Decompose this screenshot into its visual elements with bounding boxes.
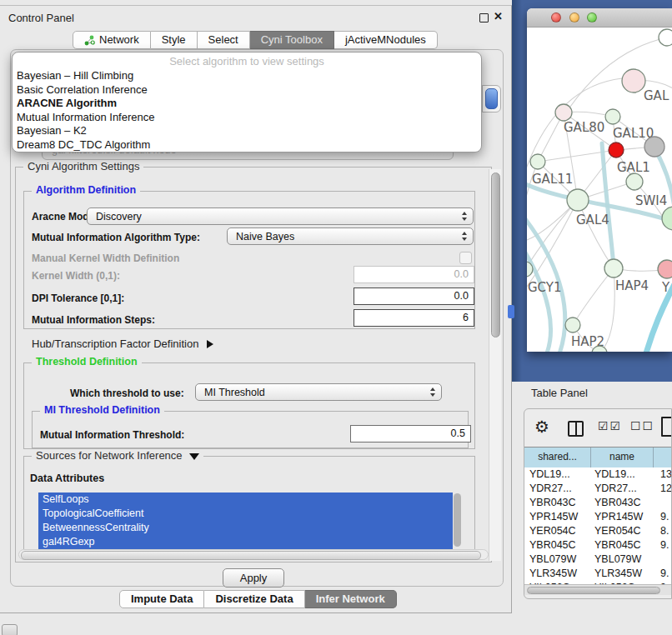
sources-toggle[interactable]: Sources for Network Inference xyxy=(32,449,203,462)
network-node-gal11[interactable] xyxy=(530,154,545,169)
gear-icon[interactable]: ⚙ xyxy=(534,417,549,437)
network-node-unlabeled[interactable] xyxy=(662,207,672,230)
table-row[interactable]: YBR045CYBR045C9. xyxy=(524,538,672,552)
tab-infer-network[interactable]: Infer Network xyxy=(305,590,397,608)
scrollbar-thumb[interactable] xyxy=(527,587,660,594)
table-row[interactable]: YER054CYER054C8. xyxy=(524,524,672,538)
scrollbar-thumb[interactable] xyxy=(21,551,481,560)
scrollbar-thumb[interactable] xyxy=(491,172,500,338)
attribute-option-selfloops[interactable]: SelfLoops xyxy=(38,492,453,507)
traffic-light-minimize-icon[interactable] xyxy=(569,12,579,22)
mi-type-label: Mutual Information Algorithm Type: xyxy=(32,232,200,243)
float-icon[interactable] xyxy=(479,13,489,22)
traffic-light-zoom-icon[interactable] xyxy=(587,12,597,22)
tab-discretize-data[interactable]: Discretize Data xyxy=(204,590,304,608)
checked-rows-icon[interactable]: ☑☑ xyxy=(598,419,622,432)
algorithm-option-mutual-information-inference[interactable]: Mutual Information Inference xyxy=(13,111,481,125)
network-node-swi4[interactable] xyxy=(626,173,643,190)
table-row[interactable]: YDR27...YDR27...12 xyxy=(524,482,672,496)
unchecked-rows-icon[interactable]: ☐☐ xyxy=(630,419,654,432)
algorithm-option-basic-correlation-inference[interactable]: Basic Correlation Inference xyxy=(13,83,481,98)
combo-stepper-icon[interactable] xyxy=(482,85,501,112)
combo-stepper-icon xyxy=(458,232,471,241)
tab-label: Discretize Data xyxy=(215,591,293,608)
table-row[interactable]: YBR043CYBR043C xyxy=(524,496,672,510)
network-node-hap4[interactable] xyxy=(604,259,623,278)
tab-label: Impute Data xyxy=(131,591,193,608)
close-icon[interactable]: ✕ xyxy=(494,10,503,22)
which-threshold-select[interactable]: MI Threshold xyxy=(195,383,442,401)
combo-stepper-icon xyxy=(458,212,471,221)
mi-threshold-group-title: MI Threshold Definition xyxy=(40,404,164,416)
cell: YBR045C xyxy=(524,538,591,552)
kernel-width-label: Kernel Width (0,1): xyxy=(32,270,120,282)
mi-steps-field[interactable]: 6 xyxy=(354,309,474,327)
network-node-gal1[interactable] xyxy=(609,142,624,158)
attributes-scrollbar[interactable] xyxy=(453,492,461,549)
threshold-definition-title: Threshold Definition xyxy=(32,356,142,368)
cell: 9. xyxy=(654,567,672,581)
cell: YDR27... xyxy=(524,482,591,496)
kernel-width-field[interactable]: 0.0 xyxy=(354,266,474,283)
hub-definition-toggle[interactable]: Hub/Transcription Factor Definition xyxy=(32,338,213,350)
tab-network[interactable]: Network xyxy=(73,31,151,49)
minimized-panel-button[interactable] xyxy=(2,624,18,635)
attribute-option-gal4rgexp[interactable]: gal4RGexp xyxy=(38,535,453,549)
network-node-gal[interactable] xyxy=(622,69,645,92)
algorithm-option-bayesian-k2[interactable]: Bayesian – K2 xyxy=(13,124,481,138)
table-toolbar: ⚙ ☑☑ ☐☐ xyxy=(524,409,671,447)
network-node-hap2[interactable] xyxy=(565,318,580,332)
tab-label: Select xyxy=(208,32,238,48)
network-node-gal80[interactable] xyxy=(555,104,572,121)
mi-type-select[interactable]: Naive Bayes xyxy=(227,228,474,245)
which-threshold-value: MI Threshold xyxy=(196,387,426,398)
table-horizontal-scrollbar[interactable] xyxy=(524,584,671,595)
algorithm-definition-title: Algorithm Definition xyxy=(32,184,140,196)
node-label-gcy1: GCY1 xyxy=(528,280,562,295)
algorithm-option-aracne-algorithm[interactable]: ARACNE Algorithm xyxy=(13,97,481,111)
tab-cyni-toolbox[interactable]: Cyni Toolbox xyxy=(250,31,334,49)
network-node-unlabeled[interactable] xyxy=(659,29,672,46)
algorithm-option-bayesian-hill-climbing[interactable]: Bayesian – Hill Climbing xyxy=(13,69,481,83)
table-row[interactable]: YDL19...YDL19...13 xyxy=(524,468,672,482)
network-canvas[interactable]: GALGAL80GAL10GAL1GAL11SWI4GAL4GCY1HAP4YH… xyxy=(527,27,672,352)
column-header-shared[interactable]: shared... xyxy=(524,448,591,468)
network-node-gal10[interactable] xyxy=(605,109,620,124)
network-node-y[interactable] xyxy=(658,260,672,278)
attribute-option-topologicalcoefficient[interactable]: TopologicalCoefficient xyxy=(38,507,453,521)
aracne-mode-select[interactable]: Discovery xyxy=(87,208,474,225)
mi-threshold-field[interactable]: 0.5 xyxy=(350,425,471,442)
network-node-gal4[interactable] xyxy=(567,189,589,211)
scrollbar-thumb[interactable] xyxy=(454,493,461,547)
panel-divider-grip[interactable] xyxy=(508,305,514,318)
table-row[interactable]: YPR145WYPR145W9. xyxy=(524,510,672,524)
settings-horizontal-scrollbar[interactable] xyxy=(18,549,489,560)
column-header-name[interactable]: name xyxy=(591,448,654,468)
column-header-a[interactable]: A xyxy=(654,448,672,468)
document-icon[interactable] xyxy=(661,417,672,437)
apply-button[interactable]: Apply xyxy=(223,568,284,588)
algorithm-option-dream8-dc-tdc-algorithm[interactable]: Dream8 DC_TDC Algorithm xyxy=(13,138,481,152)
data-attributes-list: SelfLoopsTopologicalCoefficientBetweenne… xyxy=(38,492,453,549)
network-node-unlabeled[interactable] xyxy=(644,137,664,157)
tab-style[interactable]: Style xyxy=(151,31,198,49)
settings-vertical-scrollbar[interactable] xyxy=(489,169,501,561)
attribute-option-betweennesscentrality[interactable]: BetweennessCentrality xyxy=(38,521,453,535)
node-label-gal11: GAL11 xyxy=(532,172,573,187)
split-columns-icon[interactable] xyxy=(568,421,584,437)
network-edge xyxy=(573,268,614,325)
traffic-light-close-icon[interactable] xyxy=(551,12,561,22)
tab-jactivemnodules[interactable]: jActiveMNodules xyxy=(334,31,438,49)
table-row[interactable]: YLR345WYLR345W9. xyxy=(524,567,672,581)
table-panel-title: Table Panel xyxy=(531,387,588,399)
network-window-titlebar[interactable] xyxy=(527,8,672,28)
table-row[interactable]: YBL079WYBL079W xyxy=(524,552,672,567)
cell: YBL079W xyxy=(524,552,591,567)
tab-select[interactable]: Select xyxy=(198,31,250,49)
data-attributes-label: Data Attributes xyxy=(30,472,104,484)
cell: YBL079W xyxy=(591,552,654,567)
cell xyxy=(654,496,672,510)
dpi-tolerance-field[interactable]: 0.0 xyxy=(354,288,474,305)
tab-impute-data[interactable]: Impute Data xyxy=(119,590,204,608)
manual-kernel-checkbox[interactable] xyxy=(459,252,472,264)
